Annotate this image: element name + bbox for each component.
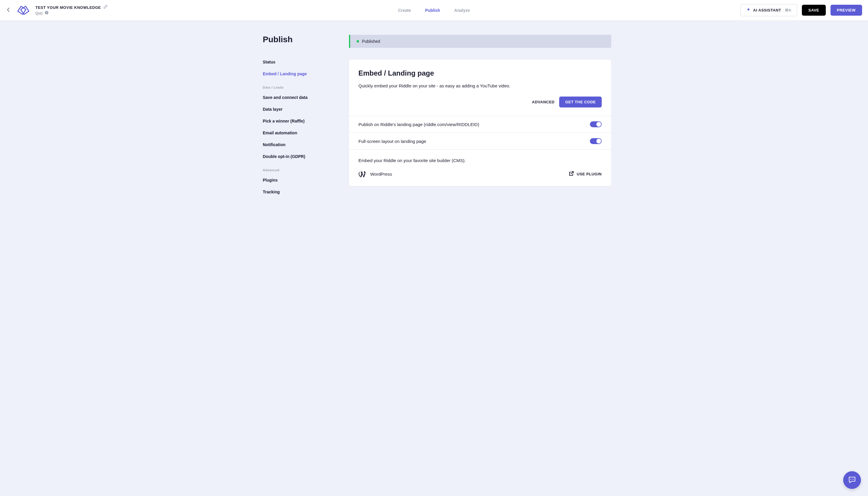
sidebar-section-data: Data / Leads [263,80,340,92]
chevron-left-icon [7,8,10,12]
title-block: TEST YOUR MOVIE KNOWLEDGE Quiz [35,5,107,16]
header-nav: Create Publish Analyze [398,8,470,13]
toggle-landing-page[interactable] [590,121,602,127]
status-bar: Published [349,35,611,48]
status-text: Published [362,39,380,44]
app-header: TEST YOUR MOVIE KNOWLEDGE Quiz Create Pu… [0,0,868,21]
status-dot-icon [357,40,359,43]
quiz-title: TEST YOUR MOVIE KNOWLEDGE [35,5,101,10]
sidebar-section-advanced: Advanced [263,162,340,174]
preview-button[interactable]: PREVIEW [831,5,862,16]
edit-icon[interactable] [103,5,107,10]
ai-assistant-label: AI ASSISTANT [753,8,781,12]
tab-analyze[interactable]: Analyze [454,8,470,13]
sidebar-item-email[interactable]: Email automation [263,127,340,139]
sidebar-item-plugins[interactable]: Plugins [263,174,340,186]
card-description: Quickly embed your Riddle on your site -… [358,83,602,88]
sidebar: Publish Status Embed / Landing page Data… [257,35,340,198]
title-row: TEST YOUR MOVIE KNOWLEDGE [35,5,107,10]
cms-name-wordpress: WordPress [370,172,392,176]
content-area: Published Embed / Landing page Quickly e… [349,35,611,198]
cms-row-wordpress: WordPress USE PLUGIN [358,170,602,178]
app-logo [15,4,31,17]
cms-section: Embed your Riddle on your favorite site … [349,150,611,186]
sidebar-item-tracking[interactable]: Tracking [263,186,340,198]
info-icon[interactable] [45,11,49,16]
toggle-fullscreen[interactable] [590,138,602,144]
sidebar-item-data-layer[interactable]: Data layer [263,103,340,115]
quiz-type: Quiz [35,11,43,15]
sparkle-icon [746,7,751,13]
header-left: TEST YOUR MOVIE KNOWLEDGE Quiz [6,4,107,17]
embed-card: Embed / Landing page Quickly embed your … [349,60,611,186]
main-content: Publish Status Embed / Landing page Data… [257,21,611,212]
back-button[interactable] [6,6,11,14]
use-plugin-label: USE PLUGIN [577,172,602,176]
page-title: Publish [263,35,340,44]
ai-assistant-button[interactable]: AI ASSISTANT ⌘K [741,4,797,16]
card-title: Embed / Landing page [358,69,602,77]
tab-create[interactable]: Create [398,8,411,13]
external-link-icon [569,171,574,177]
use-plugin-link[interactable]: USE PLUGIN [569,171,602,177]
sidebar-item-notification[interactable]: Notification [263,139,340,151]
card-header: Embed / Landing page Quickly embed your … [349,60,611,116]
get-code-button[interactable]: GET THE CODE [559,96,602,107]
cms-description: Embed your Riddle on your favorite site … [358,158,602,163]
sidebar-item-raffle[interactable]: Pick a winner (Raffle) [263,115,340,127]
sidebar-item-save-connect[interactable]: Save and connect data [263,92,340,103]
subtitle-row: Quiz [35,11,107,16]
wordpress-icon [358,170,366,178]
toggle-label-landing: Publish on Riddle's landing page (riddle… [358,122,479,127]
card-actions: ADVANCED GET THE CODE [358,96,602,107]
toggle-row-fullscreen: Full-screen layout on landing page [349,133,611,150]
ai-shortcut: ⌘K [785,8,792,12]
save-button[interactable]: SAVE [802,5,825,16]
tab-publish[interactable]: Publish [425,8,440,13]
cms-left: WordPress [358,170,392,178]
sidebar-item-gdpr[interactable]: Double opt-in (GDPR) [263,151,340,162]
toggle-label-fullscreen: Full-screen layout on landing page [358,139,426,144]
sidebar-item-status[interactable]: Status [263,56,340,68]
header-right: AI ASSISTANT ⌘K SAVE PREVIEW [741,4,862,16]
sidebar-item-embed[interactable]: Embed / Landing page [263,68,340,80]
toggle-row-landing-page: Publish on Riddle's landing page (riddle… [349,116,611,133]
advanced-link[interactable]: ADVANCED [532,96,555,107]
